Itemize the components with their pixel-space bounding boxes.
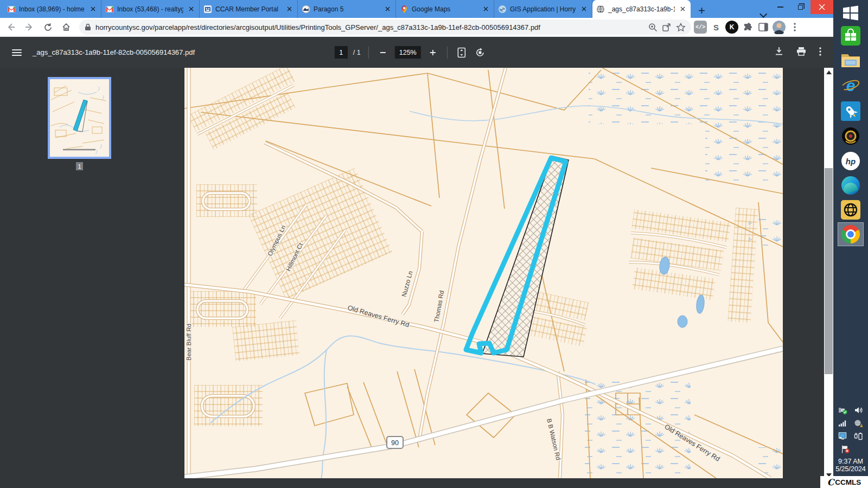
road-label-bear-bluff: Bear Bluff Rd (186, 324, 192, 361)
network-app-icon[interactable] (838, 432, 847, 441)
tray-date[interactable]: 5/25/2024 (833, 465, 868, 473)
minimize-button[interactable] (770, 0, 790, 14)
svg-text:90: 90 (391, 439, 399, 447)
internet-explorer-icon[interactable]: e (840, 75, 861, 97)
zoom-out-icon[interactable] (376, 46, 390, 59)
zoom-page-icon[interactable] (648, 23, 658, 32)
edge-icon[interactable] (840, 175, 861, 196)
tab-title: CCAR Member Portal (215, 5, 282, 13)
rocket-app-icon[interactable] (840, 100, 861, 122)
scroll-up-icon[interactable] (826, 70, 832, 74)
tab-inbox-2[interactable]: Inbox (53,468) - realtyg (101, 0, 200, 18)
windows-taskbar: e hp 9:37 AM 5/25/2024 (833, 0, 868, 488)
tab-close-icon[interactable] (678, 5, 687, 14)
paragon-icon (302, 5, 310, 14)
thumbnail-page-number: 1 (76, 162, 83, 170)
back-icon[interactable] (3, 20, 18, 35)
volume-icon[interactable] (854, 406, 863, 415)
webcam-app-icon[interactable] (840, 125, 861, 147)
microsoft-store-icon[interactable] (840, 25, 861, 47)
download-icon[interactable] (775, 47, 783, 58)
pdf-more-icon[interactable] (819, 47, 821, 58)
action-center-flag-icon[interactable] (841, 445, 850, 454)
k-extension-icon[interactable]: K (725, 21, 738, 34)
scrollbar-thumb[interactable] (825, 168, 833, 374)
code-extension-icon[interactable]: </> (694, 21, 707, 34)
rotate-icon[interactable] (474, 46, 487, 59)
tab-search-chevron-icon[interactable] (760, 10, 767, 18)
hp-icon[interactable]: hp (840, 150, 861, 172)
tab-ccar-portal[interactable]: CCAR Member Portal (200, 0, 298, 18)
ccmls-c-icon: C (827, 477, 834, 487)
tab-close-icon[interactable] (481, 5, 490, 14)
tab-strip: Inbox (38,969) - holme Inbox (53,468) - … (0, 0, 833, 18)
tab-google-maps[interactable]: Google Maps (396, 0, 494, 18)
tab-pdf-active[interactable]: _ags_c87a313c-1a9b-1 (592, 0, 691, 18)
tray-time[interactable]: 9:37 AM (833, 458, 868, 465)
share-icon[interactable] (662, 23, 672, 32)
pdf-filename: _ags_c87a313c-1a9b-11ef-82cb-00505691436… (33, 48, 195, 56)
tab-title: Inbox (53,468) - realtyg (117, 5, 183, 13)
tab-title: Inbox (38,969) - holme (19, 5, 85, 13)
tab-close-icon[interactable] (88, 5, 97, 14)
reload-icon[interactable] (40, 20, 55, 35)
tab-title: Paragon 5 (314, 5, 380, 13)
pdf-menu-icon[interactable] (12, 49, 22, 56)
fit-to-page-icon[interactable] (455, 46, 468, 59)
system-tray: 9:37 AM 5/25/2024 (833, 406, 868, 473)
highway-90-shield: 90 (387, 436, 403, 448)
tab-close-icon[interactable] (187, 5, 195, 14)
wireless-warning-icon[interactable] (854, 419, 863, 428)
address-bar[interactable]: horrycountysc.gov/parcelapp/rest/directo… (79, 20, 691, 35)
file-explorer-icon[interactable] (840, 50, 861, 72)
tab-inbox-1[interactable]: Inbox (38,969) - holme (3, 0, 101, 18)
ccmls-label: CCMLS (835, 478, 861, 486)
tab-close-icon[interactable] (383, 5, 392, 14)
print-icon[interactable] (796, 47, 806, 58)
document-globe-icon (596, 5, 605, 14)
gis-globe-icon (498, 5, 507, 14)
pdf-page-map[interactable]: Bear Bluff Rd Olympus Ln Hillmont Ct Nuz… (184, 68, 783, 478)
ccmls-logo: C CCMLS (820, 476, 868, 488)
new-tab-button[interactable] (694, 3, 709, 18)
pdf-viewer: 1 (0, 68, 824, 488)
page-thumbnail[interactable] (48, 77, 111, 159)
globe-app-icon[interactable] (840, 199, 861, 221)
google-maps-icon (400, 5, 409, 14)
zoom-in-icon[interactable] (426, 46, 439, 59)
tab-title: _ags_c87a313c-1a9b-1 (608, 5, 675, 13)
profile-avatar[interactable] (773, 21, 786, 34)
zoom-level[interactable]: 125% (395, 46, 421, 59)
tab-title: GIS Application | Horry (510, 5, 576, 13)
close-button[interactable] (810, 0, 833, 14)
windows-start-icon[interactable] (840, 2, 861, 24)
side-panel-icon[interactable] (757, 21, 770, 34)
gmail-icon (7, 5, 16, 14)
browser-window: Inbox (38,969) - holme Inbox (53,468) - … (0, 0, 833, 488)
tab-gis-application[interactable]: GIS Application | Horry (494, 0, 592, 18)
signal-bars-icon[interactable] (838, 419, 847, 428)
pdf-toolbar: _ags_c87a313c-1a9b-11ef-82cb-00505691436… (0, 37, 833, 68)
restore-button[interactable] (790, 0, 810, 14)
pdf-scrollbar[interactable] (824, 68, 833, 488)
gmail-icon (105, 5, 114, 14)
ccar-icon (203, 5, 212, 14)
browser-menu-icon[interactable] (788, 21, 801, 34)
browser-toolbar: horrycountysc.gov/parcelapp/rest/directo… (0, 18, 833, 37)
s-extension-icon[interactable]: S (710, 21, 723, 34)
power-plug-icon[interactable] (854, 432, 863, 441)
lock-icon (85, 23, 91, 31)
page-number-input[interactable]: 1 (335, 46, 348, 59)
usb-device-icon[interactable] (838, 406, 847, 415)
forward-icon[interactable] (22, 20, 37, 35)
tab-close-icon[interactable] (579, 5, 588, 14)
tab-close-icon[interactable] (285, 5, 293, 14)
home-icon[interactable] (59, 20, 74, 35)
tab-title: Google Maps (412, 5, 478, 13)
url-text: horrycountysc.gov/parcelapp/rest/directo… (95, 23, 644, 31)
page-total: / 1 (353, 49, 361, 56)
tab-paragon[interactable]: Paragon 5 (298, 0, 396, 18)
extensions-puzzle-icon[interactable] (741, 21, 754, 34)
bookmark-star-icon[interactable] (676, 23, 686, 32)
chrome-icon[interactable] (838, 222, 864, 246)
